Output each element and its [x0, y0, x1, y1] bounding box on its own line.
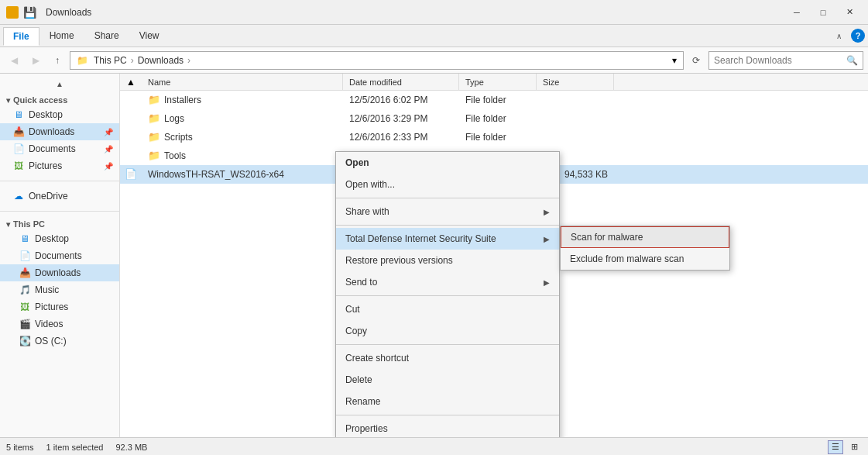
cm-item-shortcut[interactable]: Create shortcut [336, 347, 559, 369]
window-controls[interactable]: ─ □ ✕ [784, 3, 862, 22]
cm-item-properties[interactable]: Properties [336, 418, 559, 437]
quick-access-label: Quick access [13, 95, 67, 105]
help-button[interactable]: ? [851, 29, 865, 43]
cm-properties-label: Properties [345, 423, 388, 434]
cm-sharewith-arrow: ▶ [544, 208, 550, 216]
sort-up-button[interactable]: ▲ [120, 77, 142, 88]
up-button[interactable]: ↑ [48, 51, 67, 70]
sidebar-thispc-os-label: OS (C:) [35, 336, 67, 346]
thispc-videos-icon: 🎬 [19, 318, 31, 330]
cm-sub-excludemalware-label: Exclude from malware scan [570, 253, 684, 264]
file-name-text: WindowsTH-RSAT_WS2016-x64 [148, 169, 284, 180]
sidebar-item-desktop[interactable]: 🖥 Desktop [0, 106, 119, 123]
address-input[interactable]: 📁 This PC › Downloads › ▾ [70, 51, 684, 70]
forward-button[interactable]: ▶ [26, 51, 45, 70]
cm-item-rename[interactable]: Rename [336, 391, 559, 412]
maximize-button[interactable]: □ [811, 3, 835, 22]
cm-item-cut[interactable]: Cut [336, 298, 559, 320]
cm-rename-label: Rename [345, 396, 380, 407]
sidebar-thispc-desktop-label: Desktop [35, 233, 69, 244]
cm-item-sendto[interactable]: Send to ▶ [336, 271, 559, 293]
cm-sub-excludemalware[interactable]: Exclude from malware scan [561, 248, 729, 270]
view-grid-button[interactable]: ⊞ [846, 440, 862, 454]
table-row[interactable]: 📁 Scripts 12/6/2016 2:33 PM File folder [120, 128, 868, 146]
file-area: ▲ Name Date modified Type Size 📁 Install… [120, 74, 868, 437]
cm-restore-label: Restore previous versions [345, 255, 453, 266]
pin-icon-docs: 📌 [104, 145, 113, 153]
expand-ribbon-button[interactable]: ∧ [829, 26, 848, 45]
col-header-type[interactable]: Type [459, 74, 537, 90]
minimize-button[interactable]: ─ [784, 3, 809, 22]
col-header-size[interactable]: Size [537, 74, 614, 90]
sidebar-thispc-videos[interactable]: 🎬 Videos [0, 315, 119, 333]
file-name-text: Scripts [164, 132, 193, 143]
main-area: ▲ ▾ Quick access 🖥 Desktop 📥 Downloads 📌… [0, 74, 868, 437]
status-bar: 5 items 1 item selected 92.3 MB ☰ ⊞ [0, 437, 868, 455]
address-dropdown[interactable]: ▾ [672, 55, 677, 66]
pictures-icon: 🖼 [12, 160, 25, 172]
search-icon: 🔍 [846, 55, 858, 66]
back-button[interactable]: ◀ [5, 51, 23, 70]
col-header-name[interactable]: Name [142, 74, 343, 90]
sidebar-item-downloads[interactable]: 📥 Downloads 📌 [0, 123, 119, 140]
cm-sharewith-label: Share with [345, 206, 389, 217]
table-row[interactable]: 📁 Installers 12/5/2016 6:02 PM File fold… [120, 91, 868, 109]
refresh-button[interactable]: ⟳ [687, 51, 705, 70]
cm-item-openwith[interactable]: Open with... [336, 174, 559, 195]
sidebar-thispc-music-label: Music [35, 284, 59, 295]
tab-view[interactable]: View [129, 26, 170, 45]
search-input[interactable] [714, 55, 843, 66]
sidebar-thispc-pics-label: Pictures [35, 302, 68, 312]
thispc-docs-icon: 📄 [19, 250, 31, 262]
tab-share[interactable]: Share [84, 26, 129, 45]
tab-home[interactable]: Home [39, 26, 84, 45]
tab-file[interactable]: File [3, 27, 39, 46]
window-title: Downloads [46, 7, 784, 18]
table-row[interactable]: 📁 Logs 12/6/2016 3:29 PM File folder [120, 109, 868, 128]
folder-icon: 📁 [148, 94, 160, 105]
cm-item-totaldefense[interactable]: Total Defense Internet Security Suite ▶ [336, 228, 559, 250]
cm-item-restore[interactable]: Restore previous versions [336, 250, 559, 271]
sidebar-item-documents[interactable]: 📄 Documents 📌 [0, 140, 119, 157]
cm-sendto-arrow: ▶ [544, 278, 550, 287]
sidebar-thispc-downloads[interactable]: 📥 Downloads [0, 264, 119, 281]
file-name-text: Tools [164, 150, 186, 161]
cm-item-open[interactable]: Open [336, 152, 559, 174]
sidebar-item-pictures[interactable]: 🖼 Pictures 📌 [0, 157, 119, 174]
file-name-cell: 📁 Tools [142, 150, 343, 161]
folder-icon: 📁 [148, 112, 160, 124]
sidebar-item-downloads-label: Downloads [29, 126, 74, 137]
cm-item-copy[interactable]: Copy [336, 320, 559, 342]
cm-item-sharewith[interactable]: Share with ▶ [336, 201, 559, 222]
sidebar-thispc-osdrive[interactable]: 💽 OS (C:) [0, 333, 119, 350]
cm-cut-label: Cut [345, 304, 360, 315]
crumb-downloads[interactable]: Downloads [136, 54, 186, 67]
cm-copy-label: Copy [345, 326, 367, 336]
file-name-text: Installers [164, 95, 201, 105]
file-name-cell: 📁 Scripts [142, 131, 343, 143]
sidebar-thispc-desktop[interactable]: 🖥 Desktop [0, 230, 119, 247]
search-box[interactable]: 🔍 [708, 51, 863, 70]
close-button[interactable]: ✕ [837, 3, 862, 22]
desktop-icon: 🖥 [12, 109, 25, 121]
col-header-date[interactable]: Date modified [343, 74, 459, 90]
status-selected: 1 item selected [46, 443, 103, 452]
cm-open-label: Open [345, 157, 369, 168]
sidebar-divider-2 [0, 211, 119, 212]
sidebar-scroll-up[interactable]: ▲ [0, 77, 119, 91]
sidebar-thispc-music[interactable]: 🎵 Music [0, 281, 119, 298]
cm-sep-3 [336, 295, 559, 296]
sidebar-thispc-pictures[interactable]: 🖼 Pictures [0, 298, 119, 315]
thispc-header[interactable]: ▾ This PC [0, 218, 119, 230]
cm-item-delete[interactable]: Delete [336, 369, 559, 391]
context-submenu-totaldefense: Scan for malware Exclude from malware sc… [560, 226, 730, 271]
crumb-thispc[interactable]: This PC [91, 54, 129, 67]
sidebar-item-onedrive[interactable]: ☁ OneDrive [0, 188, 119, 205]
sidebar-thispc-documents[interactable]: 📄 Documents [0, 247, 119, 264]
quick-access-header[interactable]: ▾ Quick access [0, 94, 119, 106]
cm-sep-1 [336, 198, 559, 198]
cm-sub-scanmalware[interactable]: Scan for malware [561, 226, 729, 248]
view-list-button[interactable]: ☰ [828, 440, 843, 454]
pin-icon-downloads: 📌 [104, 128, 113, 136]
cm-totaldefense-label: Total Defense Internet Security Suite [345, 233, 496, 244]
